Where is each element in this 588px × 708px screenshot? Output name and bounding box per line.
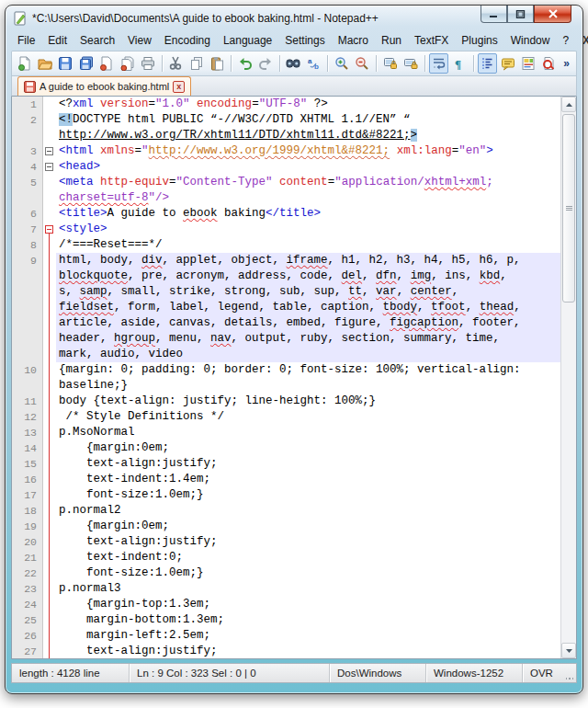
fold-collapse-icon[interactable] <box>45 163 53 171</box>
scrollbar-thumb[interactable] <box>562 114 575 303</box>
toolbar-overflow-chevron[interactable]: » <box>560 57 573 70</box>
code-text[interactable]: /* Style Definitions */ <box>56 409 560 425</box>
fold-margin[interactable] <box>43 222 56 237</box>
zoom-out-button[interactable] <box>353 53 372 74</box>
menu-item-search[interactable]: Search <box>74 32 121 49</box>
code-text[interactable]: {margin-top:1.3em; <box>56 597 560 612</box>
word-wrap-button[interactable] <box>429 53 448 74</box>
code-text[interactable]: margin-left:2.5em; <box>56 628 560 644</box>
code-text[interactable]: baseline;} <box>56 378 560 394</box>
fold-collapse-icon-active[interactable] <box>45 225 53 234</box>
menu-item-view[interactable]: View <box>121 32 158 49</box>
code-text[interactable]: text-align:justify; <box>56 456 560 472</box>
code-text[interactable]: <?xml version="1.0" encoding="UTF-8" ?> <box>56 97 560 112</box>
macro-record-button[interactable] <box>539 53 559 74</box>
paste-button[interactable] <box>207 53 226 74</box>
code-text[interactable]: http://www.w3.org/TR/xhtml11/DTD/xhtml11… <box>56 128 560 143</box>
line-number: 21 <box>12 550 43 565</box>
menu-item-edit[interactable]: Edit <box>41 32 74 49</box>
fold-margin[interactable] <box>43 143 56 159</box>
scrollbar-track[interactable] <box>561 112 576 643</box>
code-text[interactable]: blockquote, pre, acronym, address, code,… <box>56 268 560 284</box>
code-text[interactable]: {margin: 0; padding: 0; border: 0; font-… <box>56 362 560 378</box>
cut-button[interactable] <box>166 53 186 74</box>
menu-item-run[interactable]: Run <box>375 32 408 49</box>
code-text[interactable]: /*===Reset===*/ <box>56 237 560 253</box>
sync-scroll-h-button[interactable] <box>401 53 420 74</box>
user-define-dialog-button[interactable] <box>498 53 517 74</box>
titlebar[interactable]: *C:\Users\David\Documents\A guide to ebo… <box>6 6 582 30</box>
redo-button[interactable] <box>255 53 275 74</box>
code-text[interactable]: margin-bottom:1.3em; <box>56 612 560 628</box>
code-text[interactable]: text-indent:1.4em; <box>56 472 560 487</box>
doc-map-button[interactable] <box>518 53 537 74</box>
status-encoding[interactable]: Windows-1252 <box>426 664 523 682</box>
new-file-button[interactable] <box>15 53 34 74</box>
code-text[interactable]: header, hgroup, menu, nav, output, ruby,… <box>56 331 560 347</box>
copy-button[interactable] <box>187 53 206 74</box>
fold-margin[interactable] <box>43 159 56 175</box>
indent-guide-button[interactable] <box>478 53 497 74</box>
show-all-characters-button[interactable]: ¶ <box>449 53 469 74</box>
code-text[interactable]: p.MsoNormal <box>56 425 560 440</box>
code-text[interactable]: font-size:1.0em;} <box>56 487 560 503</box>
scroll-down-arrow[interactable] <box>561 643 576 658</box>
menu-item-language[interactable]: Language <box>217 32 278 49</box>
code-text[interactable]: text-align:justify; <box>56 644 560 658</box>
code-text[interactable]: text-align:justify; <box>56 534 560 550</box>
code-text[interactable]: <style> <box>56 222 560 237</box>
code-text[interactable]: <meta http-equiv="Content-Type" content=… <box>56 175 560 190</box>
close-all-button[interactable] <box>118 53 137 74</box>
save-button[interactable] <box>56 53 75 74</box>
document-tab[interactable]: A guide to ebook baking.html x <box>17 76 191 96</box>
code-text[interactable]: p.normal3 <box>56 581 560 597</box>
scroll-up-arrow[interactable] <box>561 97 576 112</box>
code-text[interactable]: <title>A guide to ebook baking</title> <box>56 206 560 222</box>
print-button[interactable] <box>138 53 157 74</box>
close-button[interactable] <box>97 53 117 74</box>
minimize-button[interactable] <box>481 6 507 23</box>
editor-line-9-wrap-4: article, aside, canvas, details, embed, … <box>12 315 560 331</box>
menu-item-[interactable]: ? <box>556 32 575 49</box>
menu-item-encoding[interactable]: Encoding <box>158 32 217 49</box>
vertical-scrollbar[interactable] <box>560 97 576 658</box>
code-text[interactable]: text-indent:0; <box>56 550 560 565</box>
menu-close-x[interactable]: X <box>575 32 588 49</box>
replace-button[interactable]: ab <box>304 53 323 74</box>
code-editor[interactable]: 1<?xml version="1.0" encoding="UTF-8" ?>… <box>12 97 560 658</box>
code-text[interactable]: <!DOCTYPE html PUBLIC “-//W3C//DTD XHTML… <box>56 112 560 128</box>
sync-scroll-v-button[interactable] <box>380 53 400 74</box>
status-eol-format[interactable]: Dos\Windows <box>330 664 426 682</box>
code-text[interactable]: <html xmlns="http://www.w3.org/1999/xhtm… <box>56 143 560 159</box>
code-text[interactable]: fieldset, form, label, legend, table, ca… <box>56 300 560 315</box>
menu-item-plugins[interactable]: Plugins <box>455 32 503 49</box>
open-file-button[interactable] <box>35 53 54 74</box>
unsaved-floppy-icon <box>24 81 36 93</box>
maximize-button[interactable] <box>507 6 534 23</box>
undo-button[interactable] <box>235 53 254 74</box>
find-button[interactable] <box>284 53 303 74</box>
code-text[interactable]: charset=utf-8"/> <box>56 190 560 206</box>
code-text[interactable]: body {text-align: justify; line-height: … <box>56 394 560 409</box>
tab-close-icon[interactable]: x <box>173 81 185 93</box>
menu-item-file[interactable]: File <box>11 32 41 49</box>
menu-item-window[interactable]: Window <box>504 32 557 49</box>
menu-item-textfx[interactable]: TextFX <box>408 32 455 49</box>
code-text[interactable]: font-size:1.0em;} <box>56 565 560 581</box>
code-text[interactable]: {margin:0em; <box>56 519 560 534</box>
fold-collapse-icon[interactable] <box>45 147 53 155</box>
code-text[interactable]: article, aside, canvas, details, embed, … <box>56 315 560 331</box>
code-text[interactable]: s, samp, small, strike, strong, sub, sup… <box>56 284 560 300</box>
resize-grip[interactable] <box>563 664 576 682</box>
code-text[interactable]: <head> <box>56 159 560 175</box>
close-button[interactable] <box>534 6 571 23</box>
menu-item-settings[interactable]: Settings <box>278 32 331 49</box>
zoom-in-button[interactable] <box>332 53 351 74</box>
save-all-button[interactable] <box>76 53 96 74</box>
code-text[interactable]: p.normal2 <box>56 503 560 519</box>
code-text[interactable]: {margin:0em; <box>56 440 560 456</box>
code-text[interactable]: mark, audio, video <box>56 347 560 362</box>
code-text[interactable]: html, body, div, applet, object, iframe,… <box>56 253 560 268</box>
menu-item-macro[interactable]: Macro <box>332 32 375 49</box>
status-typing-mode[interactable]: OVR <box>523 664 563 682</box>
